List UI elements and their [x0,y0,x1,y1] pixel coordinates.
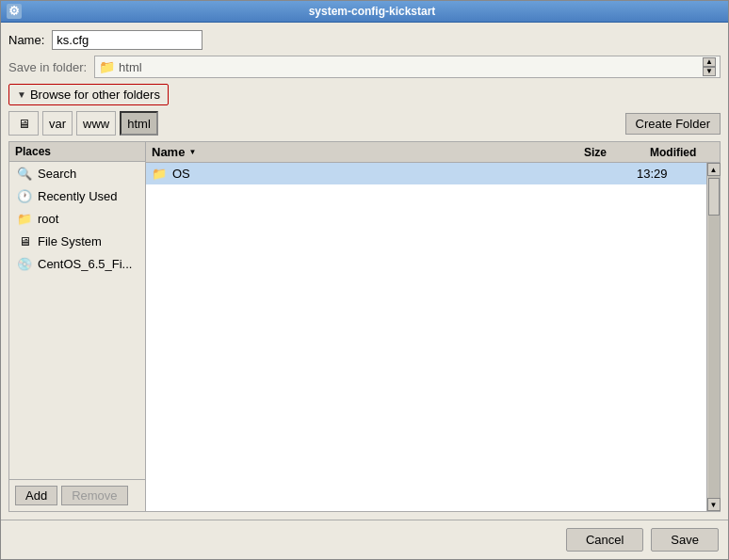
main-pane: Places 🔍 Search 🕐 Recently Used 📁 root [8,141,721,512]
dialog-content: Name: Save in folder: 📁 html ▲ ▼ ▼ Brows… [1,23,728,520]
cancel-button[interactable]: Cancel [566,528,643,552]
save-in-folder-value: html [119,60,142,74]
name-column-header[interactable]: Name ▼ [146,142,578,162]
scrollbar-down-button[interactable]: ▼ [707,498,721,511]
hdd-icon: 🖥 [18,117,30,131]
scrollbar[interactable]: ▲ ▼ [706,163,720,511]
remove-button: Remove [61,486,127,505]
size-column-header: Size [578,143,644,162]
file-size-cell [565,172,631,176]
sidebar-item-file-system[interactable]: 🖥 File System [9,230,145,252]
save-in-spinner[interactable]: ▲ ▼ [703,57,716,76]
recently-used-label: Recently Used [38,189,118,203]
scrollbar-up-button[interactable]: ▲ [707,163,721,176]
browse-button-label: Browse for other folders [30,88,160,102]
window-icon: ⚙ [7,4,22,19]
name-row: Name: [8,30,721,50]
toolbar-row: 🖥 var www html Create Folder [8,111,721,136]
file-name: OS [172,167,190,181]
centos-label: CentOS_6.5_Fi... [38,257,132,271]
filename-input[interactable] [52,30,202,50]
browse-row: ▼ Browse for other folders [8,84,721,105]
spinner-down[interactable]: ▼ [703,67,716,76]
sidebar-item-centos[interactable]: 💿 CentOS_6.5_Fi... [9,252,145,275]
create-folder-button[interactable]: Create Folder [625,113,721,135]
modified-column-header: Modified [644,143,720,162]
root-label: root [38,212,58,226]
places-list: 🔍 Search 🕐 Recently Used 📁 root 🖥 File S… [9,162,145,479]
search-label: Search [38,167,76,181]
table-row[interactable]: 📁 OS 13:29 [146,163,706,184]
bookmark-html-button[interactable]: html [120,111,158,136]
files-list: 📁 OS 13:29 [146,163,706,511]
save-in-row: Save in folder: 📁 html ▲ ▼ [8,56,721,78]
root-folder-icon: 📁 [17,211,32,226]
scrollbar-thumb[interactable] [708,178,720,216]
file-modified-cell: 13:29 [631,165,706,183]
centos-icon: 💿 [17,256,32,271]
spinner-up[interactable]: ▲ [703,57,716,67]
places-header: Places [9,142,145,162]
browse-for-other-folders-button[interactable]: ▼ Browse for other folders [8,84,169,105]
file-system-label: File System [38,234,102,248]
places-panel: Places 🔍 Search 🕐 Recently Used 📁 root [9,142,146,511]
save-in-label: Save in folder: [8,60,87,74]
recently-used-icon: 🕐 [17,188,32,203]
var-label: var [49,117,66,131]
name-label: Name: [8,33,44,47]
save-in-folder-icon: 📁 [99,59,115,74]
save-button[interactable]: Save [651,528,719,552]
add-button[interactable]: Add [15,486,57,505]
www-label: www [83,117,109,131]
file-system-icon: 🖥 [17,233,32,248]
search-icon: 🔍 [17,166,32,181]
folder-icon: 📁 [152,167,167,181]
file-save-dialog: ⚙ system-config-kickstart Name: Save in … [0,0,729,560]
sidebar-item-recently-used[interactable]: 🕐 Recently Used [9,184,145,207]
scrollbar-track [708,176,720,498]
browse-chevron-icon: ▼ [17,89,26,100]
files-header: Name ▼ Size Modified [146,142,720,163]
files-panel: Name ▼ Size Modified 📁 OS [146,142,720,511]
bookmark-var-button[interactable]: var [42,111,73,136]
places-buttons: Add Remove [9,479,145,511]
window-title: system-config-kickstart [22,5,722,18]
sidebar-item-search[interactable]: 🔍 Search [9,162,145,184]
title-bar: ⚙ system-config-kickstart [1,1,728,23]
bookmark-www-button[interactable]: www [76,111,116,136]
html-label: html [127,117,151,131]
save-in-combo[interactable]: 📁 html ▲ ▼ [94,56,721,78]
bottom-bar: Cancel Save [1,520,728,559]
file-name-cell: 📁 OS [146,165,565,183]
sort-icon: ▼ [188,148,196,156]
bookmark-hdd-button[interactable]: 🖥 [8,111,39,136]
sidebar-item-root[interactable]: 📁 root [9,207,145,230]
